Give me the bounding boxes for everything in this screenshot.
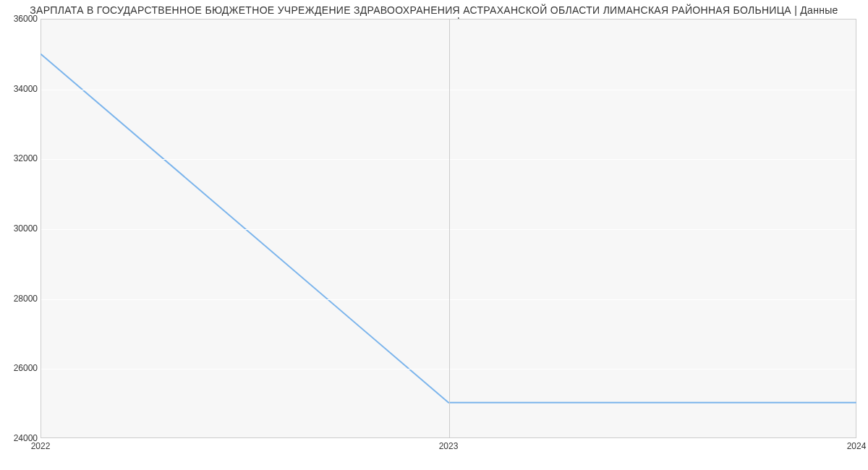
y-axis-tick-label: 30000 [3,223,38,234]
y-axis-tick-label: 28000 [3,294,38,304]
y-axis-tick-label: 36000 [3,14,38,24]
y-axis-tick-label: 32000 [3,153,38,163]
chart-container: ЗАРПЛАТА В ГОСУДАРСТВЕННОЕ БЮДЖЕТНОЕ УЧР… [0,0,868,470]
gridline-horizontal [41,229,856,230]
x-axis-tick-label: 2024 [847,441,867,451]
x-axis-tick-label: 2022 [31,441,51,451]
gridline-horizontal [41,159,856,160]
gridline-horizontal [41,299,856,300]
x-axis-tick-label: 2023 [439,441,459,451]
y-axis-tick-label: 34000 [3,84,38,94]
y-axis-tick-label: 26000 [3,363,38,373]
gridline-horizontal [41,369,856,369]
series-line [41,54,856,403]
gridline-horizontal [41,90,856,90]
plot-area [41,19,856,438]
gridline-vertical [449,20,450,437]
chart-line-layer [41,20,856,437]
